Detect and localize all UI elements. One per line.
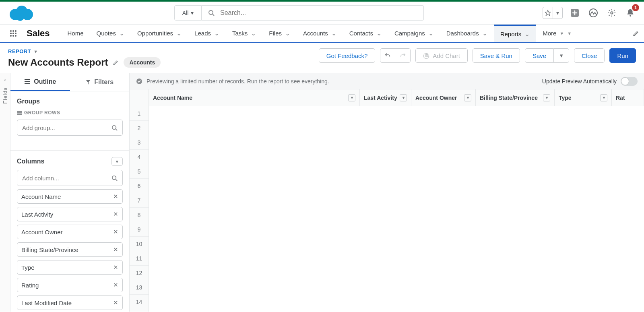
nav-tab-reports[interactable]: Reports⌄ bbox=[494, 25, 537, 42]
column-header[interactable]: Rat bbox=[612, 89, 644, 106]
global-add-button[interactable] bbox=[568, 6, 581, 19]
svg-point-9 bbox=[611, 12, 613, 14]
header-actions: Got Feedback? Add Chart Save & Run Save … bbox=[319, 48, 636, 63]
column-header[interactable]: Account Name▾ bbox=[149, 89, 360, 106]
column-menu-icon[interactable]: ▾ bbox=[600, 94, 607, 101]
remove-column-icon[interactable]: ✕ bbox=[113, 246, 118, 253]
nav-tab-contacts[interactable]: Contacts⌄ bbox=[343, 25, 388, 42]
chevron-down-icon: ⌄ bbox=[251, 29, 256, 37]
column-pill[interactable]: Rating✕ bbox=[17, 278, 123, 292]
svg-point-15 bbox=[12, 33, 14, 34]
redo-button[interactable] bbox=[395, 48, 411, 63]
row-number-cell: 8 bbox=[130, 208, 149, 222]
svg-line-29 bbox=[116, 179, 117, 181]
edit-nav-icon[interactable] bbox=[628, 25, 644, 42]
search-icon bbox=[111, 175, 118, 181]
search-input[interactable] bbox=[220, 9, 417, 17]
add-group-input[interactable] bbox=[22, 124, 111, 131]
nav-tab-leads[interactable]: Leads⌄ bbox=[188, 25, 226, 42]
nav-tab-accounts[interactable]: Accounts⌄ bbox=[297, 25, 343, 42]
column-header[interactable]: Billing State/Province▾ bbox=[476, 89, 555, 106]
favorites-menu[interactable]: ▾ bbox=[543, 7, 563, 19]
remove-column-icon[interactable]: ✕ bbox=[113, 264, 118, 271]
add-chart-button[interactable]: Add Chart bbox=[415, 48, 468, 63]
chevron-down-icon: ⌄ bbox=[214, 29, 219, 37]
undo-redo-group bbox=[380, 48, 411, 63]
auto-preview-toggle[interactable] bbox=[621, 77, 638, 86]
feedback-button[interactable]: Got Feedback? bbox=[319, 48, 376, 63]
svg-point-26 bbox=[112, 125, 116, 129]
search-scope-dropdown[interactable]: All ▾ bbox=[174, 5, 202, 21]
global-search: All ▾ bbox=[174, 5, 424, 21]
nav-tab-home[interactable]: Home bbox=[61, 25, 90, 42]
row-number-cell: 12 bbox=[130, 266, 149, 280]
app-launcher-icon[interactable] bbox=[7, 25, 19, 42]
tab-filters-label: Filters bbox=[94, 79, 114, 86]
column-menu-icon[interactable]: ▾ bbox=[543, 94, 550, 101]
notifications-button[interactable]: 1 bbox=[624, 6, 637, 19]
search-box[interactable] bbox=[202, 5, 424, 21]
search-icon bbox=[111, 125, 118, 131]
save-menu-button[interactable]: ▾ bbox=[554, 48, 569, 63]
columns-menu-button[interactable]: ▾ bbox=[111, 157, 123, 166]
column-menu-icon[interactable]: ▾ bbox=[400, 94, 407, 101]
nav-tab-files[interactable]: Files⌄ bbox=[262, 25, 297, 42]
nav-tab-quotes[interactable]: Quotes⌄ bbox=[90, 25, 131, 42]
undo-button[interactable] bbox=[380, 48, 395, 63]
svg-point-14 bbox=[10, 33, 12, 34]
fields-panel-label: Fields bbox=[2, 87, 8, 104]
preview-bar: Previewing a limited number of records. … bbox=[130, 73, 644, 89]
save-group: Save ▾ bbox=[525, 48, 569, 63]
nav-tab-label: Opportunities bbox=[137, 30, 173, 37]
nav-tab-opportunities[interactable]: Opportunities⌄ bbox=[131, 25, 188, 42]
row-number-cell: 3 bbox=[130, 135, 149, 150]
column-pill[interactable]: Billing State/Province✕ bbox=[17, 242, 123, 257]
run-button[interactable]: Run bbox=[609, 48, 636, 63]
column-header-label: Type bbox=[559, 95, 572, 101]
trailhead-icon[interactable] bbox=[587, 6, 600, 19]
column-pill-label: Last Modified Date bbox=[21, 300, 72, 306]
column-menu-icon[interactable]: ▾ bbox=[348, 94, 355, 101]
nav-tab-dashboards[interactable]: Dashboards⌄ bbox=[440, 25, 494, 42]
column-pill[interactable]: Account Name✕ bbox=[17, 189, 123, 204]
column-header[interactable]: Account Owner▾ bbox=[411, 89, 476, 106]
fields-panel-rail[interactable]: › Fields bbox=[0, 73, 10, 312]
column-menu-icon[interactable]: ▾ bbox=[464, 94, 471, 101]
column-header[interactable]: Type▾ bbox=[555, 89, 612, 106]
save-button[interactable]: Save bbox=[525, 48, 554, 63]
column-pill[interactable]: Account Owner✕ bbox=[17, 225, 123, 239]
close-button[interactable]: Close bbox=[574, 48, 605, 63]
edit-title-button[interactable] bbox=[113, 60, 119, 66]
column-header[interactable]: Last Activity▾ bbox=[360, 89, 411, 106]
primary-navigation: Sales HomeQuotes⌄Opportunities⌄Leads⌄Tas… bbox=[0, 24, 644, 43]
row-number-cell: 11 bbox=[130, 251, 149, 266]
tab-filters[interactable]: Filters bbox=[70, 73, 130, 91]
add-group-lookup[interactable] bbox=[17, 120, 123, 136]
chevron-down-icon: ▾ bbox=[191, 10, 194, 16]
remove-column-icon[interactable]: ✕ bbox=[113, 228, 118, 236]
column-pill[interactable]: Type✕ bbox=[17, 260, 123, 275]
preview-message: Previewing a limited number of records. … bbox=[147, 78, 329, 85]
column-pill-label: Billing State/Province bbox=[21, 246, 78, 253]
object-type-dropdown[interactable]: REPORT ▼ bbox=[8, 48, 161, 54]
nav-tab-tasks[interactable]: Tasks⌄ bbox=[226, 25, 262, 42]
chevron-down-icon: ⌄ bbox=[285, 29, 290, 37]
nav-tab-campaigns[interactable]: Campaigns⌄ bbox=[388, 25, 440, 42]
save-and-run-button[interactable]: Save & Run bbox=[473, 48, 520, 63]
filter-icon bbox=[85, 79, 91, 85]
chevron-down-icon: ▼ bbox=[33, 49, 38, 54]
add-column-lookup[interactable] bbox=[17, 170, 123, 186]
remove-column-icon[interactable]: ✕ bbox=[113, 193, 118, 200]
column-pill[interactable]: Last Modified Date✕ bbox=[17, 295, 123, 310]
remove-column-icon[interactable]: ✕ bbox=[113, 299, 118, 306]
nav-tab-label: More bbox=[543, 30, 556, 37]
tab-outline[interactable]: Outline bbox=[10, 73, 70, 91]
remove-column-icon[interactable]: ✕ bbox=[113, 281, 118, 289]
report-type-pill[interactable]: Accounts bbox=[124, 57, 161, 68]
svg-line-27 bbox=[116, 129, 117, 130]
nav-tab-more[interactable]: More▼▼ bbox=[536, 25, 578, 42]
setup-gear-icon[interactable] bbox=[605, 6, 618, 19]
column-pill[interactable]: Last Activity✕ bbox=[17, 207, 123, 221]
remove-column-icon[interactable]: ✕ bbox=[113, 211, 118, 218]
add-column-input[interactable] bbox=[22, 175, 111, 182]
